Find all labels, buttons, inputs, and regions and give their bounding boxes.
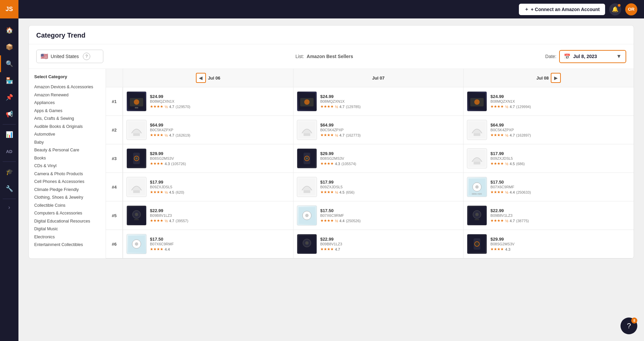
list-item[interactable]: Apps & Games — [34, 107, 100, 115]
svg-rect-25 — [474, 162, 480, 164]
product-cell[interactable]: $17.99 B09ZXJDSL5 ★★★★½ 4.5 (620) — [123, 173, 293, 201]
product-asin: B07X6C9RMF — [320, 213, 460, 217]
list-item[interactable]: Entertainment Collectibles — [34, 241, 100, 249]
list-item[interactable]: Amazon Renewed — [34, 91, 100, 99]
product-cell[interactable]: $24.99 B08MQZXN1X ★★★★½ 4.7 (129570) — [123, 87, 293, 115]
product-image — [297, 120, 317, 140]
user-avatar-button[interactable]: OR — [625, 3, 637, 15]
svg-point-19 — [136, 157, 138, 159]
product-cell[interactable]: $64.99 B0C5K4ZPXP ★★★★½ 4.7 (162619) — [123, 116, 293, 144]
sidebar-item-dashboard[interactable]: 🏠 — [0, 22, 18, 39]
product-price: $24.99 — [490, 94, 630, 99]
product-cell[interactable]: $17.99 B09ZXJDSL5 ★★★★½ 4.5 (686) — [463, 144, 634, 173]
list-item[interactable]: Clothing, Shoes & Jewelry — [34, 194, 100, 202]
help-button[interactable]: ? 8 — [621, 318, 637, 334]
stars: ★★★★ — [150, 161, 163, 166]
list-item[interactable]: Cell Phones & Accessories — [34, 178, 100, 186]
list-item[interactable]: Climate Pledge Friendly — [34, 186, 100, 194]
svg-point-47 — [135, 242, 138, 246]
list-item[interactable]: Appliances — [34, 99, 100, 107]
svg-rect-11 — [133, 133, 140, 136]
svg-point-32 — [475, 185, 479, 189]
col-date-3: Jul 08 ▶ — [463, 69, 634, 87]
country-help-button[interactable]: ? — [83, 53, 90, 60]
product-cell[interactable]: $17.50 B07X6C9RMF ★★★★ 4.4 — [123, 230, 293, 258]
sidebar-item-market[interactable]: 🏪 — [0, 72, 18, 89]
product-rating: ★★★★½ 4.4 (250526) — [320, 218, 460, 223]
list-item[interactable]: Electronics — [34, 233, 100, 241]
nav-divider-1 — [3, 124, 16, 125]
product-image — [467, 234, 487, 254]
market-icon: 🏪 — [6, 77, 13, 84]
product-cell[interactable]: $22.99 B09B8V1LZ3 ★★★★½ 4.7 (39557) — [123, 201, 293, 230]
sidebar-item-sales[interactable]: AD — [0, 143, 18, 160]
next-date-button[interactable]: ▶ — [551, 73, 561, 83]
rank-cell: #6 — [106, 230, 123, 258]
sidebar-item-advertising[interactable]: 📢 — [0, 106, 18, 123]
date-selector[interactable]: 📅 Jul 8, 2023 ▼ — [559, 50, 626, 63]
product-cell[interactable]: $29.99 B08SG2MS3V ★★★★ 4.3 (105726) — [123, 144, 293, 173]
product-rating: ★★★★ 4.3 (105574) — [320, 161, 460, 166]
sidebar-item-keywords[interactable]: 📌 — [0, 89, 18, 106]
product-cell[interactable]: $22.99 B09B8V1LZ3 ★★★★ 4.7 — [293, 230, 464, 258]
home-icon: 🏠 — [6, 27, 13, 34]
prev-date-button[interactable]: ◀ — [196, 73, 206, 83]
product-cell[interactable]: $17.99 B09ZXJDSL5 ★★★★½ 4.5 (656) — [293, 173, 464, 201]
sidebar-item-analytics[interactable]: 📊 — [0, 126, 18, 143]
product-cell[interactable]: $24.99 B08MQZXN1X ★★★★½ 4.7 (129785) — [293, 87, 464, 115]
list-item[interactable]: CDs & Vinyl — [34, 162, 100, 170]
list-item[interactable]: Baby — [34, 139, 100, 147]
list-item[interactable]: Camera & Photo Products — [34, 170, 100, 178]
product-cell[interactable]: $29.99 B08SG2MS3V ★★★★ 4.3 — [463, 230, 634, 258]
country-selector[interactable]: 🇺🇸 United States ? — [36, 50, 103, 63]
half-star: ½ — [335, 105, 338, 109]
connect-btn-label: + Connect an Amazon Account — [531, 7, 600, 12]
sidebar-expand-btn[interactable]: › — [0, 201, 18, 214]
notification-dot — [618, 4, 621, 7]
list-item[interactable]: Collectible Coins — [34, 202, 100, 210]
list-item[interactable]: Amazon Devices & Accessories — [34, 83, 100, 91]
rating-number: 4.3 — [505, 247, 510, 251]
svg-point-53 — [475, 242, 479, 246]
svg-rect-2 — [135, 107, 138, 108]
review-count: (129994) — [516, 105, 531, 109]
list-item[interactable]: Digital Music — [34, 225, 100, 233]
notifications-button[interactable]: 🔔 — [609, 3, 621, 15]
list-item[interactable]: Arts, Crafts & Sewing — [34, 115, 100, 123]
rating-number: 4.4 — [339, 219, 344, 223]
product-cell[interactable]: $64.99 B0C5K4ZPXP ★★★★½ 4.7 (162773) — [293, 116, 464, 144]
product-cell[interactable]: $17.50 B07X6C9RMF ★★★★½ 4.4 (250526) — [293, 201, 464, 230]
list-item[interactable]: Digital Educational Resources — [34, 217, 100, 226]
review-count: (250526) — [346, 219, 361, 223]
sidebar-item-research[interactable]: 🔍 — [0, 55, 18, 72]
product-cell[interactable]: $29.99 B08SG2MS3V ★★★★ 4.3 (105574) — [293, 144, 464, 173]
product-cell[interactable]: $24.99 B08MQZXN1X ★★★★½ 4.7 (129994) — [463, 87, 634, 115]
category-list: Amazon Devices & Accessories Amazon Rene… — [34, 83, 100, 249]
stars: ★★★★ — [490, 190, 504, 194]
table-row: #3 $29.99 B08SG2MS3V ★★★★ 4.3 — [106, 144, 634, 173]
stars: ★★★★ — [490, 161, 504, 166]
sidebar-item-products[interactable]: 📦 — [0, 39, 18, 55]
svg-rect-43 — [475, 219, 479, 220]
sidebar-item-academy[interactable]: 🎓 — [0, 163, 18, 180]
list-item[interactable]: Computers & Accessories — [34, 209, 100, 217]
list-item[interactable]: Automotive — [34, 131, 100, 139]
product-image — [126, 234, 147, 254]
product-cell[interactable]: $64.99 B0C5K4ZPXP ★★★★½ 4.7 (162897) — [463, 116, 634, 144]
product-cell[interactable]: blink mini $17.50 B07X6C9RMF ★★★★½ 4.4 (… — [463, 173, 634, 201]
product-rating: ★★★★ 4.3 (105726) — [150, 161, 290, 166]
expand-icon: › — [8, 204, 10, 210]
product-asin: B09ZXJDSL5 — [320, 185, 460, 189]
list-item[interactable]: Audible Books & Originals — [34, 123, 100, 131]
product-cell[interactable]: $22.99 B09B8V1LZ3 ★★★★½ 4.7 (38775) — [463, 201, 634, 230]
list-item[interactable]: Beauty & Personal Care — [34, 146, 100, 154]
tools-icon: 🔧 — [6, 185, 13, 192]
stars: ★★★★ — [320, 133, 334, 137]
list-item[interactable]: Books — [34, 154, 100, 162]
half-star: ½ — [505, 105, 508, 109]
svg-point-37 — [135, 213, 138, 216]
sidebar-item-tools[interactable]: 🔧 — [0, 180, 18, 197]
rating-number: 4.7 — [510, 219, 515, 223]
product-asin: B0C5K4ZPXP — [150, 128, 290, 132]
connect-amazon-button[interactable]: ＋ + Connect an Amazon Account — [519, 4, 605, 15]
